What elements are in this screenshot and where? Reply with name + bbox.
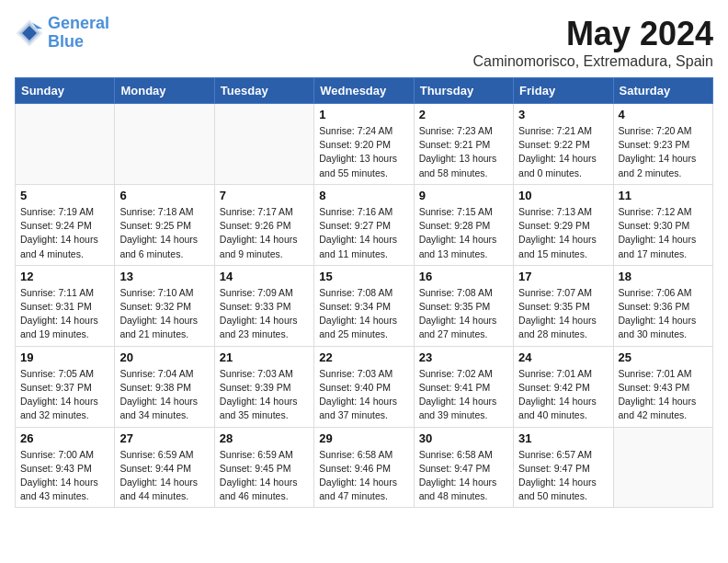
calendar-cell: 20Sunrise: 7:04 AM Sunset: 9:38 PM Dayli… — [115, 346, 214, 427]
calendar-cell: 1Sunrise: 7:24 AM Sunset: 9:20 PM Daylig… — [314, 104, 414, 185]
day-info: Sunrise: 7:11 AM Sunset: 9:31 PM Dayligh… — [20, 286, 109, 342]
calendar-cell: 17Sunrise: 7:07 AM Sunset: 9:35 PM Dayli… — [514, 265, 613, 346]
calendar-cell: 10Sunrise: 7:13 AM Sunset: 9:29 PM Dayli… — [514, 184, 613, 265]
day-number: 14 — [220, 270, 309, 283]
logo: General Blue — [15, 15, 109, 52]
calendar-week-row: 1Sunrise: 7:24 AM Sunset: 9:20 PM Daylig… — [16, 104, 713, 185]
day-number: 25 — [619, 350, 708, 364]
calendar-cell — [115, 104, 214, 185]
day-info: Sunrise: 7:08 AM Sunset: 9:35 PM Dayligh… — [419, 286, 508, 342]
calendar-cell: 18Sunrise: 7:06 AM Sunset: 9:36 PM Dayli… — [613, 265, 712, 346]
calendar-cell: 21Sunrise: 7:03 AM Sunset: 9:39 PM Dayli… — [214, 346, 313, 427]
day-number: 22 — [319, 350, 408, 364]
title-area: May 2024 Caminomorisco, Extremadura, Spa… — [473, 15, 713, 70]
weekday-header-cell: Wednesday — [314, 78, 414, 104]
day-info: Sunrise: 7:01 AM Sunset: 9:42 PM Dayligh… — [518, 367, 608, 423]
weekday-header-cell: Sunday — [16, 78, 115, 104]
day-info: Sunrise: 7:07 AM Sunset: 9:35 PM Dayligh… — [518, 286, 608, 342]
weekday-header-cell: Monday — [115, 78, 214, 104]
day-info: Sunrise: 7:16 AM Sunset: 9:27 PM Dayligh… — [319, 205, 408, 261]
day-number: 16 — [419, 270, 508, 283]
day-number: 15 — [319, 270, 408, 283]
day-number: 5 — [20, 189, 109, 202]
day-info: Sunrise: 7:06 AM Sunset: 9:36 PM Dayligh… — [619, 286, 708, 342]
day-number: 8 — [319, 189, 408, 202]
weekday-header-cell: Friday — [514, 78, 613, 104]
calendar-cell: 6Sunrise: 7:18 AM Sunset: 9:25 PM Daylig… — [115, 184, 214, 265]
day-info: Sunrise: 7:20 AM Sunset: 9:23 PM Dayligh… — [619, 124, 708, 180]
calendar-cell: 25Sunrise: 7:01 AM Sunset: 9:43 PM Dayli… — [613, 346, 712, 427]
calendar-cell: 23Sunrise: 7:02 AM Sunset: 9:41 PM Dayli… — [414, 346, 513, 427]
day-info: Sunrise: 7:09 AM Sunset: 9:33 PM Dayligh… — [220, 286, 309, 342]
calendar-cell: 7Sunrise: 7:17 AM Sunset: 9:26 PM Daylig… — [214, 184, 313, 265]
day-number: 2 — [419, 108, 508, 121]
calendar-cell: 29Sunrise: 6:58 AM Sunset: 9:46 PM Dayli… — [314, 427, 414, 508]
calendar-cell — [16, 104, 115, 185]
day-info: Sunrise: 6:57 AM Sunset: 9:47 PM Dayligh… — [518, 448, 608, 504]
calendar-cell: 4Sunrise: 7:20 AM Sunset: 9:23 PM Daylig… — [613, 104, 712, 185]
day-number: 26 — [20, 431, 109, 445]
calendar-cell: 5Sunrise: 7:19 AM Sunset: 9:24 PM Daylig… — [16, 184, 115, 265]
calendar-cell: 8Sunrise: 7:16 AM Sunset: 9:27 PM Daylig… — [314, 184, 414, 265]
calendar-cell — [214, 104, 313, 185]
calendar-cell: 14Sunrise: 7:09 AM Sunset: 9:33 PM Dayli… — [214, 265, 313, 346]
day-info: Sunrise: 7:21 AM Sunset: 9:22 PM Dayligh… — [518, 124, 608, 180]
day-number: 18 — [619, 270, 708, 283]
calendar-cell: 19Sunrise: 7:05 AM Sunset: 9:37 PM Dayli… — [16, 346, 115, 427]
calendar-body: 1Sunrise: 7:24 AM Sunset: 9:20 PM Daylig… — [16, 104, 713, 508]
day-number: 12 — [20, 270, 109, 283]
calendar-week-row: 5Sunrise: 7:19 AM Sunset: 9:24 PM Daylig… — [16, 184, 713, 265]
day-number: 23 — [419, 350, 508, 364]
calendar-cell: 2Sunrise: 7:23 AM Sunset: 9:21 PM Daylig… — [414, 104, 513, 185]
weekday-header-cell: Thursday — [414, 78, 513, 104]
day-number: 28 — [220, 431, 309, 445]
calendar-week-row: 19Sunrise: 7:05 AM Sunset: 9:37 PM Dayli… — [16, 346, 713, 427]
day-number: 11 — [619, 189, 708, 202]
calendar-cell: 3Sunrise: 7:21 AM Sunset: 9:22 PM Daylig… — [514, 104, 613, 185]
header: General Blue May 2024 Caminomorisco, Ext… — [15, 15, 713, 70]
weekday-header-cell: Saturday — [613, 78, 712, 104]
day-number: 9 — [419, 189, 508, 202]
day-info: Sunrise: 7:13 AM Sunset: 9:29 PM Dayligh… — [518, 205, 608, 261]
day-number: 1 — [319, 108, 408, 121]
day-info: Sunrise: 7:15 AM Sunset: 9:28 PM Dayligh… — [419, 205, 508, 261]
day-info: Sunrise: 7:02 AM Sunset: 9:41 PM Dayligh… — [419, 367, 508, 423]
day-info: Sunrise: 7:05 AM Sunset: 9:37 PM Dayligh… — [20, 367, 109, 423]
day-info: Sunrise: 7:17 AM Sunset: 9:26 PM Dayligh… — [220, 205, 309, 261]
day-number: 24 — [518, 350, 608, 364]
calendar-week-row: 12Sunrise: 7:11 AM Sunset: 9:31 PM Dayli… — [16, 265, 713, 346]
day-info: Sunrise: 7:00 AM Sunset: 9:43 PM Dayligh… — [20, 448, 109, 504]
calendar-cell: 12Sunrise: 7:11 AM Sunset: 9:31 PM Dayli… — [16, 265, 115, 346]
calendar-cell: 27Sunrise: 6:59 AM Sunset: 9:44 PM Dayli… — [115, 427, 214, 508]
weekday-header: SundayMondayTuesdayWednesdayThursdayFrid… — [16, 78, 713, 104]
day-info: Sunrise: 7:24 AM Sunset: 9:20 PM Dayligh… — [319, 124, 408, 180]
day-number: 19 — [20, 350, 109, 364]
day-info: Sunrise: 7:18 AM Sunset: 9:25 PM Dayligh… — [119, 205, 209, 261]
month-title: May 2024 — [473, 15, 713, 53]
calendar-week-row: 26Sunrise: 7:00 AM Sunset: 9:43 PM Dayli… — [16, 427, 713, 508]
logo-icon — [15, 18, 44, 48]
day-info: Sunrise: 7:23 AM Sunset: 9:21 PM Dayligh… — [419, 124, 508, 180]
day-info: Sunrise: 7:10 AM Sunset: 9:32 PM Dayligh… — [119, 286, 209, 342]
calendar-cell: 26Sunrise: 7:00 AM Sunset: 9:43 PM Dayli… — [16, 427, 115, 508]
day-info: Sunrise: 7:03 AM Sunset: 9:39 PM Dayligh… — [220, 367, 309, 423]
calendar-cell: 31Sunrise: 6:57 AM Sunset: 9:47 PM Dayli… — [514, 427, 613, 508]
day-number: 31 — [518, 431, 608, 445]
day-number: 27 — [119, 431, 209, 445]
calendar-cell — [613, 427, 712, 508]
day-info: Sunrise: 7:04 AM Sunset: 9:38 PM Dayligh… — [119, 367, 209, 423]
day-info: Sunrise: 6:58 AM Sunset: 9:47 PM Dayligh… — [419, 448, 508, 504]
calendar-cell: 13Sunrise: 7:10 AM Sunset: 9:32 PM Dayli… — [115, 265, 214, 346]
day-number: 10 — [518, 189, 608, 202]
day-info: Sunrise: 7:03 AM Sunset: 9:40 PM Dayligh… — [319, 367, 408, 423]
day-number: 21 — [220, 350, 309, 364]
day-number: 13 — [119, 270, 209, 283]
calendar-cell: 16Sunrise: 7:08 AM Sunset: 9:35 PM Dayli… — [414, 265, 513, 346]
calendar-cell: 22Sunrise: 7:03 AM Sunset: 9:40 PM Dayli… — [314, 346, 414, 427]
calendar: SundayMondayTuesdayWednesdayThursdayFrid… — [15, 77, 713, 508]
logo-text: General Blue — [48, 15, 109, 52]
day-number: 7 — [220, 189, 309, 202]
calendar-cell: 11Sunrise: 7:12 AM Sunset: 9:30 PM Dayli… — [613, 184, 712, 265]
day-info: Sunrise: 7:19 AM Sunset: 9:24 PM Dayligh… — [20, 205, 109, 261]
day-info: Sunrise: 6:59 AM Sunset: 9:44 PM Dayligh… — [119, 448, 209, 504]
